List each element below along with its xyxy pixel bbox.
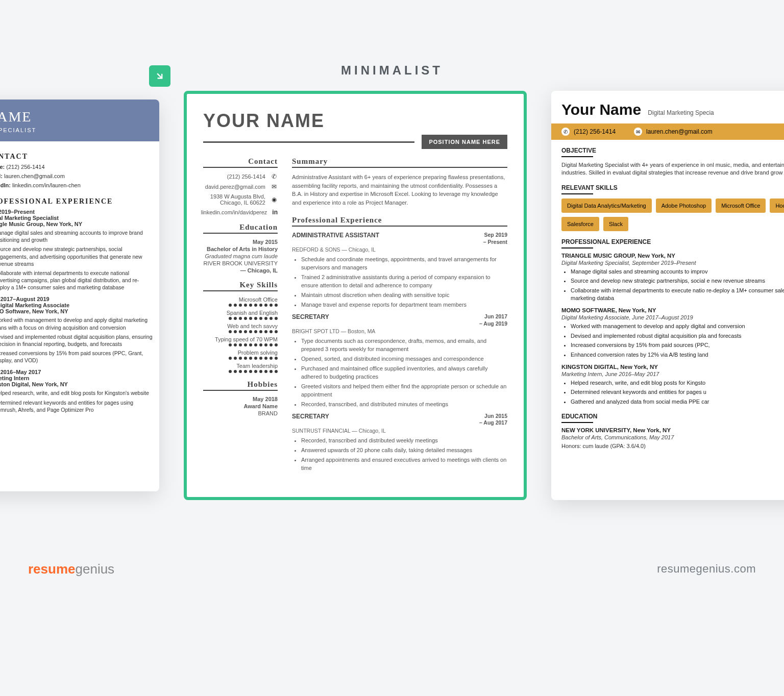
left-role: G SPECIALIST bbox=[0, 127, 153, 133]
bullet: Manage digital sales and streaming accou… bbox=[571, 268, 784, 276]
contact-heading: CONTACT bbox=[0, 153, 153, 161]
hobby-brand: BRAND bbox=[203, 410, 278, 416]
job-dates: SEP 2019–Present bbox=[0, 209, 153, 215]
phone-icon: ✆ bbox=[561, 128, 570, 136]
job-dates: June 2016–May 2017 bbox=[0, 369, 153, 375]
skill-dots bbox=[203, 330, 278, 333]
job-dates: June 2017–August 2019 bbox=[0, 296, 153, 302]
bullet: Gathered and analyzed data from social m… bbox=[571, 398, 784, 406]
edu-date: May 2015 bbox=[203, 239, 278, 245]
summary-text: Administrative Assistant with 6+ years o… bbox=[292, 173, 507, 207]
job-title: Digital Marketing Specialist bbox=[0, 215, 153, 221]
edu-honors: Honors: cum laude (GPA: 3.6/4.0) bbox=[561, 442, 784, 450]
summary-heading: Summary bbox=[292, 157, 507, 166]
job-company: Kingston Digital, New York, NY bbox=[0, 381, 153, 387]
skill-dots bbox=[203, 317, 278, 320]
job-company: BRIGHT SPOT LTD — Boston, MA bbox=[292, 328, 507, 334]
contact-linkedin: linkedin.com/in/davidperezin bbox=[203, 209, 278, 216]
bullet: Answered upwards of 20 phone calls daily… bbox=[301, 446, 507, 455]
skill-dots bbox=[203, 357, 278, 360]
bullet: Helped research, write, and edit blog po… bbox=[0, 389, 153, 396]
linkedin-icon: in bbox=[272, 209, 278, 216]
arrow-down-right-icon bbox=[155, 71, 165, 81]
job-entry: SECRETARYJun 2015– Aug 2017SUNTRUST FINA… bbox=[292, 413, 507, 473]
job-meta: Digital Marketing Associate, June 2017–A… bbox=[561, 314, 784, 320]
job-company: Triangle Music Group, New York, NY bbox=[0, 221, 153, 227]
job-dates: Jun 2015– Aug 2017 bbox=[479, 413, 507, 427]
job-company: TRIANGLE MUSIC GROUP, New York, NY bbox=[561, 253, 784, 259]
skill-label: Web and tech savvy bbox=[203, 323, 278, 329]
job-title: Marketing Intern bbox=[0, 375, 153, 381]
contact-address: 1938 W Augusta Blvd,Chicago, IL 60622◉ bbox=[203, 193, 278, 206]
left-job: June 2016–May 2017 Marketing Intern King… bbox=[0, 369, 153, 413]
skill-dots bbox=[203, 304, 278, 307]
job-title: ADMINISTRATIVE ASSISTANT bbox=[292, 232, 379, 239]
bullet: Enhanced conversion rates by 12% via A/B… bbox=[571, 351, 784, 359]
linkedin-line: LinkedIn: linkedin.com/in/lauren-chen bbox=[0, 182, 153, 188]
skill-chip: Microsoft Office bbox=[716, 198, 766, 213]
left-name: NAME bbox=[0, 109, 153, 125]
template-style-title: MINIMALIST bbox=[0, 63, 784, 78]
skill-label: Microsoft Office bbox=[203, 296, 278, 303]
bullet: Worked with management to develop and ap… bbox=[571, 322, 784, 330]
job-company: MOMO Software, New York, NY bbox=[0, 308, 153, 314]
edu-school: NEW YORK UNIVERSITY, New York, NY bbox=[561, 427, 784, 433]
right-name: Your Name bbox=[561, 101, 641, 118]
experience-heading: PROFESSIONAL EXPERIENCE bbox=[561, 238, 784, 245]
bullet: Greeted visitors and helped them either … bbox=[301, 383, 507, 399]
job-company: SUNTRUST FINANCIAL — Chicago, IL bbox=[292, 428, 507, 434]
bullet: Trained 2 administrative assistants duri… bbox=[301, 274, 507, 290]
skills-heading: Key Skills bbox=[203, 281, 278, 289]
bullet: Type documents such as correspondence, d… bbox=[301, 337, 507, 354]
skill-chip: Hootsuite bbox=[770, 198, 784, 213]
bullet: Source and develop new strategic partner… bbox=[571, 277, 784, 285]
resume-card-right[interactable]: Your Name Digital Marketing Specia ✆(212… bbox=[551, 91, 784, 500]
edu-city: — Chicago, IL bbox=[203, 267, 278, 274]
hobby-award: Award Name bbox=[203, 403, 278, 409]
bullet: Collaborate with internal departments to… bbox=[0, 269, 153, 291]
bullet: Devised and implemented robust digital a… bbox=[571, 332, 784, 340]
footer-url: resumegenius.com bbox=[657, 562, 756, 576]
bullet: Increased conversions by 15% from paid s… bbox=[571, 341, 784, 349]
footer: resumegenius resumegenius.com bbox=[0, 556, 784, 582]
divider bbox=[203, 141, 414, 143]
bullet: Purchased and maintained office supplied… bbox=[301, 365, 507, 381]
center-name: YOUR NAME bbox=[203, 110, 507, 132]
experience-heading: Professional Experience bbox=[292, 216, 507, 225]
experience-heading: PROFESSIONAL EXPERIENCE bbox=[0, 197, 153, 206]
contact-bar: ✆(212) 256-1414 ✉lauren.chen@gmail.com bbox=[551, 123, 784, 140]
bullet: Schedule and coordinate meetings, appoin… bbox=[301, 256, 507, 272]
skill-chip: Slack bbox=[603, 217, 628, 231]
job-title: Dig Digital Marketing Associate bbox=[0, 302, 153, 308]
position-badge: POSITION NAME HERE bbox=[422, 135, 507, 149]
resume-card-left[interactable]: NAME G SPECIALIST CONTACT Phone: (212) 2… bbox=[0, 100, 159, 491]
hobbies-heading: Hobbies bbox=[203, 380, 278, 389]
skills-heading: RELEVANT SKILLS bbox=[561, 184, 784, 191]
bullet: Manage digital sales and streaming accou… bbox=[0, 229, 153, 243]
email-icon: ✉ bbox=[634, 128, 642, 136]
skill-label: Typing speed of 70 WPM bbox=[203, 336, 278, 342]
job-company: REDFORD & SONS — Chicago, IL bbox=[292, 246, 507, 253]
job-title: SECRETARY bbox=[292, 413, 329, 420]
skill-dots bbox=[203, 343, 278, 346]
bullet: Increased conversions by 15% from paid s… bbox=[0, 350, 153, 364]
skill-chip: Salesforce bbox=[561, 217, 599, 231]
right-role: Digital Marketing Specia bbox=[648, 109, 714, 116]
bullet: Determined relevant keywords and entitie… bbox=[0, 399, 153, 413]
objective-heading: OBJECTIVE bbox=[561, 147, 784, 154]
email-chip: ✉lauren.chen@gmail.com bbox=[634, 128, 713, 136]
bullet: Helped research, write, and edit blog po… bbox=[571, 379, 784, 387]
skill-chip: Adobe Photoshop bbox=[656, 198, 712, 213]
resume-card-center[interactable]: YOUR NAME POSITION NAME HERE Contact (21… bbox=[184, 91, 527, 500]
bullet: Manage travel and expense reports for de… bbox=[301, 301, 507, 309]
job-dates: Sep 2019– Present bbox=[483, 232, 507, 245]
objective-text: Digital Marketing Specialist with 4+ yea… bbox=[561, 161, 784, 177]
bullet: Recorded, transcribed, and distributed m… bbox=[301, 401, 507, 409]
phone-icon: ✆ bbox=[271, 173, 278, 180]
phone-chip: ✆(212) 256-1414 bbox=[561, 128, 616, 136]
select-template-badge[interactable] bbox=[149, 65, 170, 87]
job-company: KINGSTON DIGITAL, New York, NY bbox=[561, 364, 784, 370]
skill-label: Spanish and English bbox=[203, 310, 278, 316]
bullet: Devised and implemented robust digital a… bbox=[0, 333, 153, 347]
skill-label: Team leadership bbox=[203, 363, 278, 369]
